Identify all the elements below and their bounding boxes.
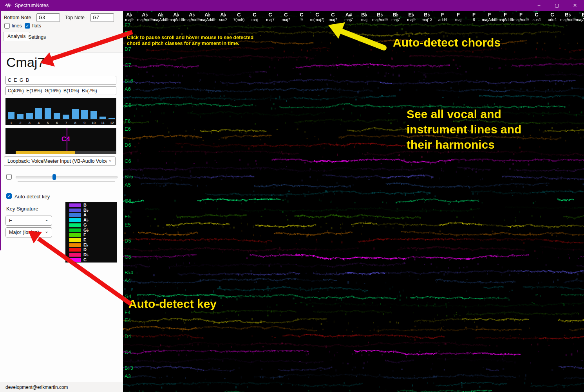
histogram-bar — [63, 115, 69, 119]
legend-row: A — [65, 212, 117, 218]
chord-label: FmajAdd9 — [512, 12, 530, 22]
chord-root: B♭ — [559, 12, 577, 18]
note-label: E6 — [125, 126, 131, 132]
chord-root: C — [262, 12, 279, 18]
bottom-note-input[interactable] — [36, 13, 60, 22]
top-note-label: Top Note — [65, 15, 85, 20]
legend-row: D — [65, 247, 117, 252]
pitch-tuner-display: C4 — [5, 128, 116, 154]
chord-root: C — [277, 12, 295, 18]
slider-option-checkbox[interactable] — [6, 174, 12, 180]
tuner-center-line — [61, 128, 61, 154]
histogram-tick-label: 9 — [81, 121, 88, 125]
chord-quality: maj — [356, 18, 373, 22]
chord-root: F — [434, 12, 451, 18]
gain-slider[interactable] — [16, 176, 118, 178]
chord-root: B♭ — [418, 12, 436, 18]
chord-label: A♭majAdd9 — [136, 12, 154, 22]
legend-note-label: G♭ — [83, 228, 89, 233]
chord-quality: maj — [246, 18, 263, 22]
note-label: D5 — [125, 238, 131, 244]
chord-quality: m(maj7) — [309, 18, 326, 22]
chord-root: E♭ — [403, 12, 420, 18]
chord-quality: maj9 — [123, 18, 138, 22]
legend-row: G — [65, 223, 117, 228]
legend-color-swatch — [69, 209, 81, 212]
legend-color-swatch — [69, 213, 81, 217]
histogram-bar — [90, 111, 97, 119]
legend-color-swatch — [69, 253, 81, 257]
close-button[interactable]: ✕ — [566, 0, 584, 11]
chord-label: C9 — [293, 12, 310, 22]
tab-settings[interactable]: Settings — [24, 33, 50, 41]
tuner-note-label: C4 — [61, 135, 70, 143]
legend-note-label: D♭ — [83, 252, 89, 257]
key-dropdown[interactable]: F — [5, 216, 52, 226]
chord-root: C — [309, 12, 326, 18]
legend-color-swatch — [69, 248, 81, 252]
spectrogram-area[interactable]: A♭maj9A♭majAdd9A♭majAdd9A♭majAdd9A♭majAd… — [123, 11, 584, 392]
histogram-bar — [81, 110, 88, 119]
pitch-color-legend: BB♭AA♭GG♭FEE♭DD♭C — [65, 202, 117, 263]
minimize-button[interactable]: – — [530, 0, 548, 11]
histogram-bar — [8, 112, 14, 119]
pitch-percent-field[interactable] — [5, 86, 116, 95]
chord-root: A♭ — [168, 12, 185, 18]
lines-checkbox[interactable] — [4, 23, 10, 29]
slider-thumb[interactable] — [52, 174, 56, 180]
chord-quality: majAdd9 — [497, 18, 514, 22]
legend-row: E — [65, 237, 117, 243]
histogram-bar — [26, 113, 33, 119]
chord-root: A♭ — [215, 12, 232, 18]
chord-label: Cmaj7 — [262, 12, 279, 22]
chord-root: C — [293, 12, 310, 18]
chord-quality: majAdd9 — [152, 18, 169, 22]
chord-root: A♭ — [183, 12, 201, 18]
chord-label: F6 — [465, 12, 483, 22]
level-meter-track — [16, 151, 116, 154]
chord-quality: majAdd9 — [512, 18, 530, 22]
chord-root: B♭ — [356, 12, 373, 18]
note-label: B♭6 — [125, 78, 133, 84]
legend-note-label: E♭ — [83, 243, 89, 248]
note-label: B♭5 — [125, 174, 133, 180]
legend-note-label: B — [83, 203, 87, 208]
chord-quality: maj13 — [418, 18, 436, 22]
chord-quality: 6 — [465, 18, 483, 22]
top-note-input[interactable] — [90, 13, 114, 22]
chord-quality: majAdd9 — [199, 18, 216, 22]
chord-root: F — [497, 12, 514, 18]
chord-root: B♭ — [387, 12, 404, 18]
chord-quality: maj — [450, 18, 467, 22]
chord-quality: 9 — [293, 18, 310, 22]
histogram-bar — [99, 117, 106, 119]
window-title: SpectrumNotes — [15, 3, 49, 8]
autodetect-key-callout: Auto-detect key — [128, 296, 217, 311]
spectrogram-canvas[interactable] — [123, 11, 584, 392]
maximize-button[interactable]: ▢ — [548, 0, 566, 11]
chord-label: Fadd4 — [434, 12, 451, 22]
chord-root: A♭ — [152, 12, 169, 18]
legend-row: B — [65, 203, 117, 208]
chord-quality: maj7 — [340, 18, 357, 22]
chord-root: C — [230, 12, 248, 18]
chord-notes-field[interactable] — [5, 76, 116, 85]
legend-color-swatch — [69, 218, 81, 222]
chord-quality: sus4 — [528, 18, 545, 22]
autodetect-key-checkbox[interactable] — [6, 193, 12, 199]
chord-quality: majAdd9 — [183, 18, 201, 22]
slider-underline — [18, 181, 115, 182]
chord-quality: majAdd9 — [371, 18, 389, 22]
chord-label: B♭majAdd9 — [559, 12, 577, 22]
analysis-tab-content: Cmaj7 123456789101112 C4 Loopback: Voice… — [0, 52, 123, 383]
audio-device-dropdown[interactable]: Loopback: VoiceMeeter Input (VB-Audio Vo… — [4, 156, 116, 166]
chord-label: A♭majAdd9 — [168, 12, 185, 22]
flats-checkbox[interactable] — [25, 23, 30, 29]
chord-root: C — [528, 12, 545, 18]
chord-quality: majAdd9 — [559, 18, 577, 22]
mode-dropdown[interactable]: Major (Ionian) — [5, 227, 52, 237]
chord-label: Csus4 — [528, 12, 545, 22]
spectrumnotes-window: { "window": { "title": "SpectrumNotes", … — [0, 0, 584, 392]
key-signature-label: Key Signature — [6, 206, 38, 212]
histogram-bar — [54, 113, 60, 119]
